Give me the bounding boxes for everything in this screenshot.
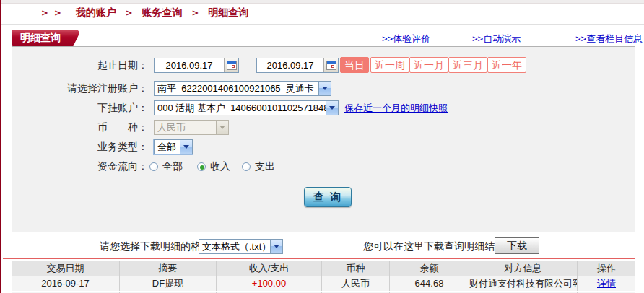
- business-type-select[interactable]: 全部: [154, 139, 193, 154]
- col-header-currency: 币种: [322, 261, 390, 276]
- flow-option-label: 全部: [162, 160, 183, 173]
- chevron-down-icon[interactable]: [180, 140, 192, 154]
- link-auto-demo[interactable]: >>自动演示: [472, 32, 521, 45]
- table-row: 2016-09-17 DF提现 +100.00 人民币 644.68 财付通支付…: [12, 276, 635, 291]
- linked-account-label: 下挂账户：: [12, 100, 148, 115]
- table-top-divider: [3, 258, 635, 259]
- quick-button-week[interactable]: 近一周: [370, 57, 409, 73]
- flow-radio-expense[interactable]: 支出: [242, 159, 275, 174]
- linked-account-value: 000 活期 基本户 1406600101102571848: [155, 101, 326, 115]
- chevron-down-icon[interactable]: [318, 82, 331, 95]
- breadcrumb: ＞ ＞ 我的账户 ＞ 账务查询 ＞ 明细查询: [40, 6, 248, 19]
- flow-option-label: 收入: [210, 160, 230, 173]
- download-format-label: 请您选择下载明细的格式: [100, 239, 211, 254]
- end-date-value[interactable]: 2016.09.17: [257, 58, 323, 72]
- flow-radio-income[interactable]: 收入: [197, 159, 230, 174]
- save-snapshot-link[interactable]: 保存近一个月的明细快照: [344, 102, 448, 115]
- quick-button-quarter[interactable]: 近三月: [448, 57, 487, 73]
- link-experience-review[interactable]: >>体验评价: [382, 32, 430, 45]
- col-header-trade-date: 交易日期: [12, 261, 120, 276]
- breadcrumb-item-my-account[interactable]: 我的账户: [76, 6, 116, 18]
- cell-currency: 人民币: [322, 276, 390, 291]
- query-form-panel: 起止日期： 2016.09.17 — 2016.09.17 当日 近一周 近一月…: [12, 46, 635, 232]
- top-edge-bar: [1, 0, 644, 4]
- cell-amount: +100.00: [217, 276, 322, 291]
- breadcrumb-separator: ＞: [190, 6, 200, 18]
- calendar-icon[interactable]: [323, 58, 338, 72]
- start-date-input[interactable]: 2016.09.17: [154, 58, 239, 73]
- date-range-dash: —: [243, 58, 256, 73]
- cell-counterparty: 财付通支付科技有限公司客户备付金: [469, 276, 578, 291]
- chevron-down-icon[interactable]: [270, 240, 282, 253]
- download-format-select[interactable]: 文本格式（.txt）: [199, 239, 283, 254]
- col-header-action: 操作: [578, 261, 635, 276]
- col-header-summary: 摘要: [120, 261, 217, 276]
- start-date-value[interactable]: 2016.09.17: [155, 58, 224, 72]
- flow-option-label: 支出: [255, 160, 275, 173]
- col-header-income-expense: 收入/支出: [217, 261, 322, 276]
- register-account-select[interactable]: 南平 6222001406100921065 灵通卡: [154, 81, 331, 96]
- detail-link[interactable]: 详情: [597, 278, 616, 289]
- breadcrumb-divider: [1, 24, 644, 25]
- breadcrumb-item-account-query[interactable]: 账务查询: [142, 6, 183, 18]
- radio-button-selected-icon[interactable]: [197, 162, 206, 171]
- calendar-icon[interactable]: [224, 58, 238, 72]
- results-table: 交易日期 摘要 收入/支出 币种 余额 对方信息 操作 2016-09-17 D…: [12, 261, 635, 293]
- query-button[interactable]: 查 询: [304, 187, 352, 207]
- download-button[interactable]: 下载: [495, 237, 539, 254]
- col-header-counterparty: 对方信息: [469, 261, 578, 276]
- link-view-column-info[interactable]: >>查看栏目信息: [575, 32, 643, 45]
- tab-detail-query: 明细查询: [12, 30, 68, 46]
- radio-button-icon[interactable]: [149, 162, 158, 171]
- quick-button-today[interactable]: 当日: [340, 57, 369, 73]
- currency-value: 人民币: [155, 121, 216, 134]
- business-type-value: 全部: [155, 140, 180, 154]
- table-header-row: 交易日期 摘要 收入/支出 币种 余额 对方信息 操作: [12, 261, 635, 276]
- radio-button-icon[interactable]: [242, 162, 251, 171]
- detail-query-page: ＞ ＞ 我的账户 ＞ 账务查询 ＞ 明细查询 明细查询 >>体验评价 >>自动演…: [0, 0, 644, 293]
- breadcrumb-separator: ＞: [124, 6, 134, 18]
- chevron-down-icon: [216, 121, 228, 134]
- chevron-down-icon[interactable]: [326, 101, 338, 115]
- cell-summary: DF提现: [120, 276, 217, 291]
- currency-select: 人民币: [154, 120, 229, 135]
- left-edge-bar: [0, 0, 1, 293]
- linked-account-select[interactable]: 000 活期 基本户 1406600101102571848: [154, 100, 339, 115]
- quick-button-month[interactable]: 近一月: [409, 57, 448, 73]
- download-format-value: 文本格式（.txt）: [199, 240, 270, 253]
- cell-trade-date: 2016-09-17: [12, 276, 120, 291]
- breadcrumb-item-detail-query[interactable]: 明细查询: [208, 6, 248, 18]
- date-range-label: 起止日期：: [12, 58, 148, 73]
- currency-label: 币 种：: [12, 120, 148, 135]
- breadcrumb-arrows: ＞ ＞: [40, 6, 63, 18]
- business-type-label: 业务类型：: [12, 139, 148, 154]
- download-hint: 您可以在这里下载查询明细结果: [363, 239, 505, 254]
- end-date-input[interactable]: 2016.09.17: [256, 58, 339, 73]
- col-header-balance: 余额: [390, 261, 469, 276]
- cell-balance: 644.68: [390, 276, 469, 291]
- flow-radio-all[interactable]: 全部: [149, 159, 183, 174]
- register-account-value: 南平 6222001406100921065 灵通卡: [155, 82, 318, 95]
- tab-label: 明细查询: [20, 32, 61, 43]
- register-account-label: 请选择注册账户：: [12, 81, 148, 96]
- fund-flow-label: 资金流向：: [12, 159, 148, 174]
- quick-button-year[interactable]: 近一年: [487, 57, 526, 73]
